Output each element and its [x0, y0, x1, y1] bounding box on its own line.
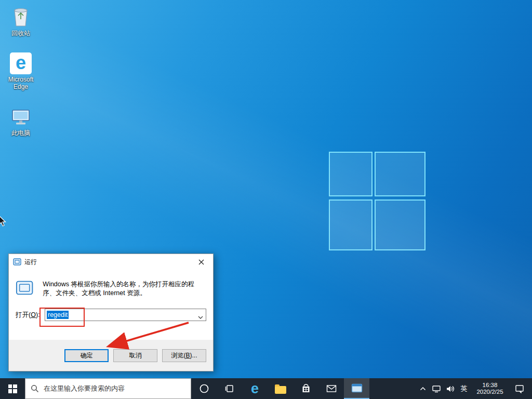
action-center-button[interactable] [509, 378, 530, 399]
window-icon [351, 383, 363, 393]
run-input-value: regedit [47, 311, 69, 319]
desktop-icons: 回收站 e Microsoft Edge 此电脑 [4, 3, 37, 149]
close-icon [198, 259, 204, 265]
close-button[interactable] [190, 254, 213, 270]
desktop-icon-edge[interactable]: e Microsoft Edge [4, 49, 37, 90]
windows-wallpaper-logo [326, 149, 428, 253]
edge-icon: e [251, 382, 259, 396]
mail-button[interactable] [318, 378, 344, 399]
clock-date: 2020/2/25 [476, 389, 503, 395]
task-view-button[interactable] [217, 378, 242, 399]
clock-time: 16:38 [476, 382, 503, 389]
start-button[interactable] [0, 378, 25, 399]
speaker-icon [446, 385, 455, 393]
search-placeholder: 在这里输入你要搜索的内容 [44, 384, 125, 393]
windows-logo-icon [8, 384, 17, 393]
chevron-up-icon [420, 387, 426, 391]
desktop-icon-label: 此电脑 [11, 129, 30, 137]
network-status[interactable] [429, 378, 443, 399]
store-icon [301, 383, 311, 394]
store-button[interactable] [293, 378, 318, 399]
desktop-icon-this-pc[interactable]: 此电脑 [4, 103, 37, 137]
desktop-icon-recycle-bin[interactable]: 回收站 [4, 3, 37, 37]
mail-icon [326, 384, 337, 393]
taskbar-search[interactable]: 在这里输入你要搜索的内容 [25, 378, 191, 399]
edge-icon: e [10, 49, 32, 74]
run-dialog-title-icon [13, 258, 21, 265]
run-icon [16, 280, 33, 296]
ok-button[interactable]: 确定 [64, 349, 109, 362]
cortana-icon [199, 383, 209, 394]
taskbar-clock[interactable]: 16:38 2020/2/25 [471, 378, 509, 399]
run-input[interactable]: regedit [45, 309, 206, 321]
task-view-icon [224, 383, 235, 394]
run-dialog-body: Windows 将根据你所输入的名称，为你打开相应的程序、文件夹、文档或 Int… [9, 270, 213, 340]
tray-expand-button[interactable] [417, 378, 429, 399]
open-label: 打开(O): [16, 311, 42, 320]
run-dialog-footer: 确定 取消 浏览(B)... [9, 340, 213, 371]
file-explorer-button[interactable] [268, 378, 293, 399]
run-dialog-titlebar: 运行 [9, 254, 213, 270]
desktop-icon-label: Microsoft Edge [4, 76, 37, 90]
recycle-bin-icon [9, 3, 32, 28]
cortana-button[interactable] [191, 378, 217, 399]
dialog-title: 运行 [24, 258, 37, 267]
cancel-button[interactable]: 取消 [113, 349, 157, 362]
run-description: Windows 将根据你所输入的名称，为你打开相应的程序、文件夹、文档或 Int… [43, 280, 206, 298]
volume-status[interactable] [443, 378, 457, 399]
taskbar: 在这里输入你要搜索的内容 e [0, 378, 532, 399]
system-tray: 英 16:38 2020/2/25 [417, 378, 532, 399]
combo-dropdown-icon[interactable] [198, 313, 203, 321]
this-pc-icon [9, 103, 33, 128]
network-icon [432, 385, 441, 393]
edge-taskbar-button[interactable]: e [242, 378, 268, 399]
browse-button[interactable]: 浏览(B)... [162, 349, 206, 362]
search-icon [31, 384, 39, 393]
action-center-icon [515, 384, 524, 393]
desktop-icon-label: 回收站 [11, 30, 30, 37]
run-dialog-taskbar-button[interactable] [344, 378, 369, 399]
folder-icon [275, 386, 286, 394]
run-dialog: 运行 Windows 将根据你所输入的名称，为你打开相应的程序、文件夹、文档或 … [8, 254, 214, 371]
ime-indicator[interactable]: 英 [457, 378, 471, 399]
